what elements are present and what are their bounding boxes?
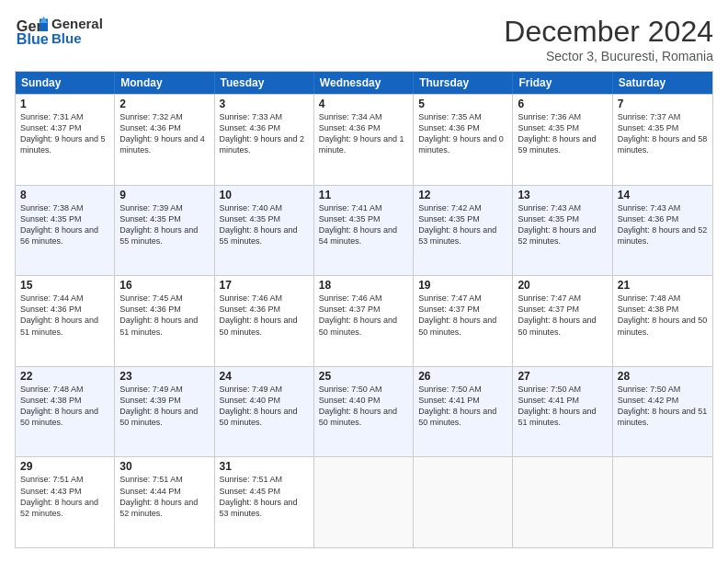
day-number: 11 — [319, 189, 408, 201]
calendar-row-0: 1 Sunrise: 7:31 AM Sunset: 4:37 PM Dayli… — [16, 94, 712, 185]
day-number: 1 — [20, 98, 109, 110]
header-day-sunday: Sunday — [16, 72, 115, 94]
cell-sunrise: Sunrise: 7:45 AM — [119, 293, 183, 303]
cell-daylight: Daylight: 9 hours and 5 minutes. — [20, 134, 106, 155]
cell-sunrise: Sunrise: 7:50 AM — [319, 385, 382, 394]
cell-daylight: Daylight: 8 hours and 51 minutes. — [20, 316, 98, 336]
cell-sunrise: Sunrise: 7:50 AM — [618, 385, 681, 394]
header-day-friday: Friday — [513, 72, 612, 94]
cell-daylight: Daylight: 8 hours and 53 minutes. — [418, 225, 496, 246]
calendar: SundayMondayTuesdayWednesdayThursdayFrid… — [15, 71, 713, 548]
calendar-cell-1-0: 8 Sunrise: 7:38 AM Sunset: 4:35 PM Dayli… — [16, 186, 115, 276]
day-number: 25 — [319, 370, 408, 383]
day-number: 8 — [20, 189, 109, 201]
day-number: 21 — [618, 279, 708, 292]
cell-sunset: Sunset: 4:35 PM — [618, 123, 679, 132]
calendar-cell-0-1: 2 Sunrise: 7:32 AM Sunset: 4:36 PM Dayli… — [115, 95, 214, 185]
cell-daylight: Daylight: 8 hours and 50 minutes. — [119, 407, 198, 427]
cell-sunrise: Sunrise: 7:35 AM — [418, 112, 482, 121]
cell-sunrise: Sunrise: 7:47 AM — [518, 293, 581, 303]
header-day-tuesday: Tuesday — [215, 72, 314, 94]
cell-sunset: Sunset: 4:42 PM — [618, 396, 679, 405]
cell-daylight: Daylight: 8 hours and 51 minutes. — [119, 316, 198, 336]
cell-daylight: Daylight: 8 hours and 51 minutes. — [518, 407, 596, 427]
calendar-cell-2-0: 15 Sunrise: 7:44 AM Sunset: 4:36 PM Dayl… — [16, 276, 115, 366]
cell-sunrise: Sunrise: 7:43 AM — [518, 203, 581, 213]
cell-sunset: Sunset: 4:37 PM — [20, 123, 82, 132]
day-number: 3 — [220, 98, 309, 110]
cell-sunrise: Sunrise: 7:43 AM — [618, 203, 681, 213]
calendar-row-4: 29 Sunrise: 7:51 AM Sunset: 4:43 PM Dayl… — [16, 456, 712, 547]
cell-sunset: Sunset: 4:35 PM — [518, 214, 579, 224]
cell-daylight: Daylight: 8 hours and 50 minutes. — [20, 407, 98, 427]
logo-icon: General Blue — [15, 15, 48, 48]
header-day-monday: Monday — [115, 72, 214, 94]
cell-sunrise: Sunrise: 7:51 AM — [220, 475, 283, 484]
cell-daylight: Daylight: 8 hours and 50 minutes. — [220, 316, 298, 336]
cell-daylight: Daylight: 8 hours and 54 minutes. — [319, 225, 397, 246]
cell-sunset: Sunset: 4:45 PM — [220, 487, 281, 496]
cell-sunrise: Sunrise: 7:32 AM — [119, 112, 183, 121]
cell-daylight: Daylight: 8 hours and 53 minutes. — [220, 498, 298, 518]
cell-daylight: Daylight: 8 hours and 50 minutes. — [618, 316, 708, 336]
day-number: 9 — [119, 189, 209, 201]
cell-sunset: Sunset: 4:36 PM — [20, 304, 82, 314]
cell-daylight: Daylight: 9 hours and 0 minutes. — [418, 134, 504, 155]
cell-daylight: Daylight: 9 hours and 1 minute. — [319, 134, 404, 155]
calendar-cell-2-1: 16 Sunrise: 7:45 AM Sunset: 4:36 PM Dayl… — [115, 276, 214, 366]
page: General Blue General Blue December 2024 … — [0, 0, 728, 563]
day-number: 14 — [618, 189, 708, 201]
cell-sunrise: Sunrise: 7:50 AM — [418, 385, 482, 394]
cell-sunset: Sunset: 4:37 PM — [418, 304, 480, 314]
cell-daylight: Daylight: 8 hours and 52 minutes. — [119, 498, 198, 518]
cell-sunrise: Sunrise: 7:34 AM — [319, 112, 382, 121]
day-number: 6 — [518, 98, 607, 110]
cell-sunset: Sunset: 4:39 PM — [119, 396, 181, 405]
calendar-cell-0-0: 1 Sunrise: 7:31 AM Sunset: 4:37 PM Dayli… — [16, 95, 115, 185]
title-section: December 2024 Sector 3, Bucuresti, Roman… — [504, 15, 713, 63]
cell-sunrise: Sunrise: 7:36 AM — [518, 112, 581, 121]
cell-daylight: Daylight: 8 hours and 52 minutes. — [618, 225, 708, 246]
calendar-cell-2-4: 19 Sunrise: 7:47 AM Sunset: 4:37 PM Dayl… — [414, 276, 513, 366]
calendar-cell-4-0: 29 Sunrise: 7:51 AM Sunset: 4:43 PM Dayl… — [16, 457, 115, 547]
calendar-row-2: 15 Sunrise: 7:44 AM Sunset: 4:36 PM Dayl… — [16, 275, 712, 366]
cell-sunrise: Sunrise: 7:41 AM — [319, 203, 382, 213]
day-number: 15 — [20, 279, 109, 292]
day-number: 17 — [220, 279, 309, 292]
day-number: 10 — [220, 189, 309, 201]
day-number: 5 — [418, 98, 507, 110]
calendar-cell-1-1: 9 Sunrise: 7:39 AM Sunset: 4:35 PM Dayli… — [115, 186, 214, 276]
cell-daylight: Daylight: 8 hours and 50 minutes. — [518, 316, 596, 336]
cell-sunset: Sunset: 4:36 PM — [119, 304, 181, 314]
cell-daylight: Daylight: 8 hours and 56 minutes. — [20, 225, 98, 246]
calendar-cell-0-3: 4 Sunrise: 7:34 AM Sunset: 4:36 PM Dayli… — [314, 95, 414, 185]
cell-sunset: Sunset: 4:35 PM — [220, 214, 281, 224]
calendar-cell-3-0: 22 Sunrise: 7:48 AM Sunset: 4:38 PM Dayl… — [16, 367, 115, 457]
cell-sunset: Sunset: 4:38 PM — [20, 396, 82, 405]
cell-daylight: Daylight: 8 hours and 59 minutes. — [518, 134, 596, 155]
header: General Blue General Blue December 2024 … — [15, 15, 713, 63]
cell-sunrise: Sunrise: 7:37 AM — [618, 112, 681, 121]
cell-sunrise: Sunrise: 7:49 AM — [220, 385, 283, 394]
calendar-cell-0-4: 5 Sunrise: 7:35 AM Sunset: 4:36 PM Dayli… — [414, 95, 513, 185]
cell-sunset: Sunset: 4:36 PM — [220, 304, 281, 314]
calendar-cell-3-4: 26 Sunrise: 7:50 AM Sunset: 4:41 PM Dayl… — [414, 367, 513, 457]
cell-daylight: Daylight: 8 hours and 50 minutes. — [418, 316, 496, 336]
cell-sunrise: Sunrise: 7:38 AM — [20, 203, 84, 213]
subtitle: Sector 3, Bucuresti, Romania — [504, 49, 713, 63]
header-day-thursday: Thursday — [414, 72, 513, 94]
cell-daylight: Daylight: 9 hours and 2 minutes. — [220, 134, 305, 155]
cell-sunrise: Sunrise: 7:50 AM — [518, 385, 581, 394]
cell-sunset: Sunset: 4:44 PM — [119, 487, 181, 496]
cell-daylight: Daylight: 8 hours and 50 minutes. — [220, 407, 298, 427]
cell-daylight: Daylight: 8 hours and 52 minutes. — [518, 225, 596, 246]
cell-sunset: Sunset: 4:35 PM — [518, 123, 579, 132]
cell-daylight: Daylight: 8 hours and 51 minutes. — [618, 407, 708, 427]
cell-sunset: Sunset: 4:35 PM — [319, 214, 381, 224]
cell-sunset: Sunset: 4:40 PM — [319, 396, 381, 405]
day-number: 28 — [618, 370, 708, 383]
day-number: 23 — [119, 370, 209, 383]
calendar-body: 1 Sunrise: 7:31 AM Sunset: 4:37 PM Dayli… — [16, 94, 712, 547]
cell-daylight: Daylight: 8 hours and 50 minutes. — [319, 316, 397, 336]
calendar-cell-1-6: 14 Sunrise: 7:43 AM Sunset: 4:36 PM Dayl… — [613, 186, 712, 276]
